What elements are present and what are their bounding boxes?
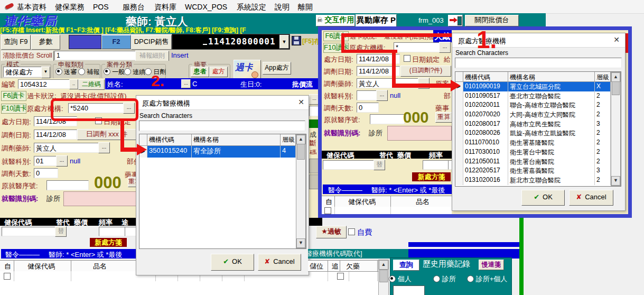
order-row-track-checkbox[interactable] [337, 273, 344, 280]
radio-history-clinic[interactable]: 診所 [433, 274, 456, 284]
menu-item-nhi[interactable]: 健保業務 [55, 3, 85, 12]
left-dialog-scrollbar[interactable]: ▲ ▼ [296, 134, 306, 248]
daily-disp-button[interactable]: 日調劑 xxx 件 [77, 129, 136, 140]
f2-button[interactable]: F2 [101, 35, 131, 49]
org-row[interactable]: 0102080026 凱旋-高雄市立凱旋醫院 2 [455, 128, 621, 138]
order-list-scrollbar[interactable]: ▲ [378, 260, 389, 295]
search-input[interactable] [139, 121, 305, 131]
col-level-header[interactable]: 層級 [281, 134, 296, 146]
org-row[interactable]: 0117030010 衛生署台中醫院 2 [455, 148, 621, 157]
inset-substitute-button[interactable]: 替 [374, 160, 385, 170]
serial-ellipsis-button[interactable]: .. [69, 79, 78, 89]
f10-read-card-button[interactable]: F10讀卡 [1, 104, 26, 114]
inset-orig-seq-field[interactable] [370, 114, 405, 124]
patient-summary-button[interactable]: 患者 [191, 67, 209, 77]
rx-summary-button[interactable]: 處方 [209, 67, 228, 77]
col-name-header[interactable]: 機構名稱 [192, 134, 281, 146]
close-icon-right[interactable]: ✕ [613, 35, 620, 44]
right-col-level-header[interactable]: 層級 [595, 72, 611, 82]
inset-dept-ellipsis[interactable]: ... [376, 90, 388, 101]
right-scroll-up-icon[interactable]: ▲ [611, 72, 620, 82]
self-pay-checkbox[interactable] [348, 228, 355, 235]
supplement-detail-button[interactable]: 補報細則 [135, 51, 169, 61]
org-row[interactable]: 0102070020 大同-高雄市立大同醫院 2 [455, 110, 621, 119]
radio-send[interactable]: 送審 [55, 68, 77, 77]
interaction-button[interactable]: ☠ 交互作用 [316, 15, 355, 26]
stock-change-button[interactable]: 異動庫存 P [356, 14, 397, 27]
close-register-button[interactable]: 關閉批價台 [465, 15, 519, 26]
ok-button-left[interactable]: ✔OK [211, 254, 254, 271]
menu-item-basic[interactable]: 基本資料 [17, 3, 46, 12]
pharmacist-field[interactable]: 黃立人 [34, 143, 100, 153]
params-button[interactable]: 參數 [31, 35, 60, 50]
dept-field[interactable]: 01 [34, 156, 58, 166]
inset-visit-id-field[interactable] [387, 126, 452, 141]
menu-item-help[interactable]: 說明 [275, 3, 290, 12]
org-row[interactable]: ▶ 0101090019 署立台北城區分院 X [455, 82, 621, 91]
substitute-button[interactable]: 替 [55, 226, 67, 237]
dept-ellipsis-button[interactable]: ... [56, 155, 68, 167]
visit-id-field[interactable] [63, 191, 137, 206]
order-row-checkbox[interactable] [4, 273, 11, 280]
query-f9-button[interactable]: 查詢 F9 [1, 35, 31, 50]
exit-door-button[interactable] [448, 15, 463, 26]
inset-med-price-input[interactable] [423, 160, 450, 170]
ok-button-right[interactable]: ✔OK [521, 190, 565, 206]
counter-field[interactable]: 1 [54, 51, 138, 60]
inset-order-checkbox[interactable] [324, 207, 331, 214]
org-row[interactable]: 0131020016 新北市立聯合醫院 2 [455, 176, 621, 185]
menu-item-service[interactable]: 服務台 [123, 3, 145, 12]
org-row[interactable]: 0102020011 聯合-高雄市立聯合醫院 2 [455, 100, 621, 110]
clear-register-button[interactable]: 清除批價台 Scroll [1, 51, 54, 61]
orig-seq-field[interactable] [46, 180, 89, 190]
mode-select[interactable]: 健保處方 [3, 67, 44, 77]
pharmacist-ellipsis-button[interactable]: ... [98, 142, 110, 153]
search-input-right[interactable] [455, 58, 622, 68]
cancel-button-right[interactable]: ✘Cancel [569, 190, 613, 206]
barcode-combo[interactable]: 114120800001 ▼ [172, 34, 290, 50]
org-dialog-left-titlebar[interactable]: 原處方醫療機構 ✕ [136, 96, 309, 110]
inset-days-field[interactable]: 0 [357, 103, 379, 113]
barcode-dropdown-button[interactable]: ▼ [279, 35, 289, 49]
days-field[interactable]: 0 [34, 168, 58, 178]
radio-history-both[interactable]: 診所+個人 [467, 274, 507, 284]
history-query-button[interactable]: 查詢 [393, 260, 419, 271]
right-col-name-header[interactable]: 機構名稱 [508, 72, 595, 82]
right-dialog-scrollbar[interactable]: ▲ ▼ [611, 72, 621, 186]
inset-daily-button[interactable]: (日調劑?件) [400, 66, 451, 77]
menu-item-settings[interactable]: 系統設定 [237, 3, 266, 12]
inset-org-field[interactable]: * [394, 42, 441, 52]
name-ellipsis-button[interactable]: ... [181, 79, 191, 88]
org-table-left[interactable]: 機構代碼 機構名稱 層級 ▶ 3501015240 宥全診所 4 ▲ ▼ [139, 134, 306, 249]
inset-med-code-input[interactable] [323, 160, 376, 170]
col-code-header[interactable]: 機構代碼 [147, 134, 192, 146]
menu-item-pos[interactable]: POS [93, 3, 109, 11]
org-row-selected[interactable]: ▶ 3501015240 宥全診所 4 [139, 146, 306, 158]
org-row[interactable]: 0121050011 衛生署台南醫院 2 [455, 157, 621, 167]
close-icon[interactable]: ✕ [298, 98, 304, 106]
org-row[interactable]: 0101090517 臺北市立聯合醫院 2 [455, 91, 621, 101]
inset-org-ellipsis-button[interactable]: ... [439, 42, 451, 53]
radio-continuous[interactable]: 連續 [124, 68, 145, 77]
cancel-button-left[interactable]: ✘Cancel [258, 254, 301, 271]
right-scroll-down-icon[interactable]: ▼ [611, 176, 620, 186]
org-row[interactable]: 0122020517 衛生署嘉義醫院 3 [455, 166, 621, 176]
menu-item-db[interactable]: 資料庫 [154, 3, 176, 12]
scroll-down-icon[interactable]: ▼ [296, 238, 305, 248]
app-rx-button[interactable]: App處方 [263, 62, 291, 75]
disp-date-field[interactable]: 114/12/08 [34, 130, 77, 140]
radio-general[interactable]: 一般 [104, 68, 125, 77]
radio-supplement[interactable]: 補報 [78, 68, 99, 77]
med-code-input[interactable] [2, 227, 57, 236]
passcard-image-button[interactable]: 過卡 [234, 60, 261, 80]
inset-date-lock-checkbox[interactable] [404, 55, 410, 62]
menu-item-wcdx[interactable]: WCDX_POS [185, 3, 227, 11]
menu-item-exit[interactable]: 離開 [298, 3, 313, 12]
right-col-code-header[interactable]: 機構代碼 [463, 72, 508, 82]
allergy-button[interactable]: ★過敏 [316, 226, 347, 238]
org-row[interactable]: 0111070010 衛生署基隆醫院 2 [455, 138, 621, 148]
org-row[interactable]: 0102080017 高雄市立民生醫院 3 [455, 119, 621, 129]
inset-recalc-button[interactable]: 重算 [435, 112, 452, 123]
chronic-rx-badge[interactable]: 慢連箋 [479, 260, 504, 270]
save-floppy-icon[interactable] [292, 36, 301, 45]
